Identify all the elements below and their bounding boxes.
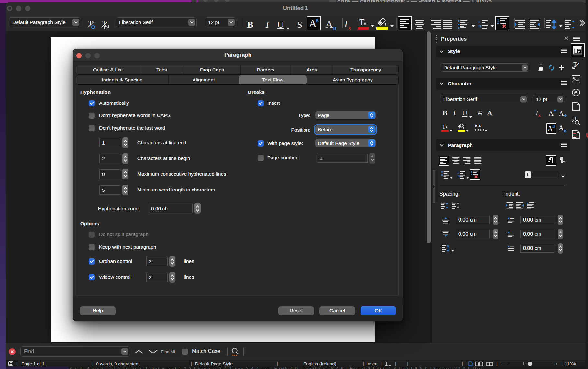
svg-text:B: B bbox=[333, 26, 336, 30]
svg-text:I: I bbox=[478, 20, 480, 24]
svg-text:x: x bbox=[538, 114, 541, 117]
svg-text:D: D bbox=[479, 124, 481, 128]
svg-text:A: A bbox=[559, 124, 564, 132]
svg-text:I: I bbox=[471, 170, 472, 174]
svg-text:T: T bbox=[359, 18, 365, 27]
svg-text:B: B bbox=[316, 18, 319, 23]
svg-text:II: II bbox=[478, 24, 481, 28]
svg-text:B: B bbox=[564, 129, 566, 133]
svg-text:T: T bbox=[442, 124, 446, 130]
svg-text:B: B bbox=[552, 124, 555, 129]
svg-text:A: A bbox=[549, 109, 554, 117]
svg-text:I: I bbox=[458, 171, 459, 174]
svg-text:A: A bbox=[326, 19, 333, 30]
svg-text:II: II bbox=[458, 175, 460, 178]
svg-text:T: T bbox=[573, 61, 577, 68]
svg-text:A: A bbox=[559, 109, 564, 117]
svg-text:B: B bbox=[475, 124, 477, 128]
svg-text:I: I bbox=[497, 18, 499, 23]
svg-text:I: I bbox=[535, 109, 538, 117]
svg-text:I: I bbox=[344, 19, 348, 29]
svg-text:x: x bbox=[348, 25, 351, 30]
